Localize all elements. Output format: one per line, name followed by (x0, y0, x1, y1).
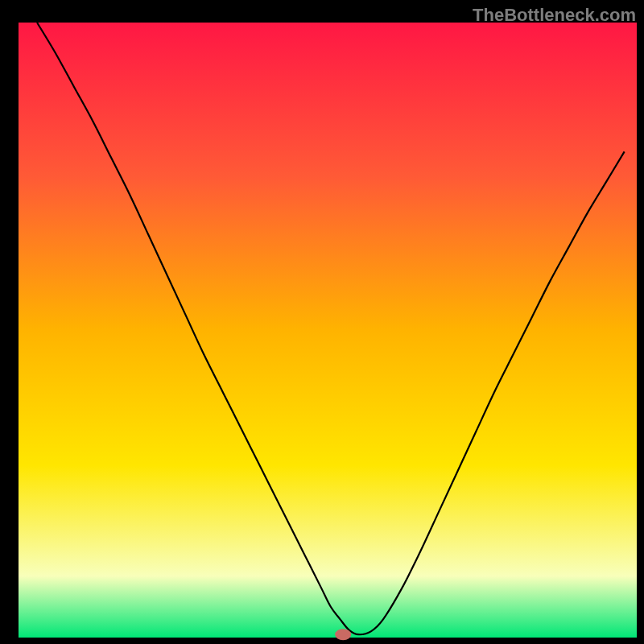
optimal-marker (335, 629, 351, 640)
watermark-text: TheBottleneck.com (473, 5, 636, 26)
chart-container: TheBottleneck.com (0, 0, 644, 644)
bottleneck-chart (0, 0, 644, 644)
plot-area (19, 23, 637, 638)
